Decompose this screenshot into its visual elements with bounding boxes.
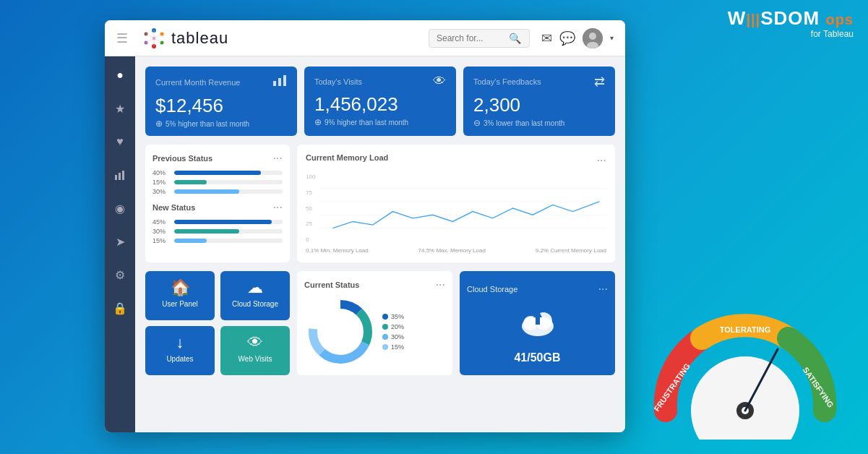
legend-item-4: 15% (382, 343, 404, 351)
new-bar-row-1: 45% (152, 218, 283, 226)
svg-rect-18 (283, 75, 286, 86)
kpi-feedbacks-header: Today's Feedbacks ⇄ (473, 74, 605, 90)
kpi-visits-value: 1,456,023 (314, 93, 446, 116)
kpi-visits-header: Today's Visits 👁 (314, 74, 446, 89)
web-visits-label: Web Visits (239, 355, 272, 363)
kpi-feedbacks-title: Today's Feedbacks (473, 77, 541, 86)
bar-track-2 (174, 180, 283, 184)
svg-point-31 (691, 356, 799, 440)
gauge-svg: FRUSTRATING TOLERATING SATISFYING (644, 295, 846, 440)
new-status-menu[interactable]: ··· (273, 201, 283, 214)
bar-label-3: 30% (152, 188, 171, 195)
y-label-75: 75 (306, 189, 315, 196)
cloud-storage-menu[interactable]: ··· (598, 283, 608, 296)
cloud-storage-usage: 41/50GB (514, 351, 560, 364)
brand-area: W|||SDOM ops for Tableau (728, 9, 854, 39)
chat-icon[interactable]: 💬 (559, 30, 575, 46)
y-label-100: 100 (306, 174, 315, 180)
brand-bars: ||| (746, 12, 760, 27)
new-bar-label-3: 15% (152, 237, 171, 244)
kpi-revenue-icon (272, 74, 287, 90)
sidebar-item-security[interactable]: 🔒 (108, 296, 132, 320)
sidebar-item-location[interactable]: ◉ (108, 197, 132, 220)
tile-updates[interactable]: ↓ Updates (145, 326, 215, 375)
main-layout: ● ★ ♥ ◉ ➤ ⚙ 🔒 Current Month Revenu (105, 56, 625, 432)
tile-cloud-storage[interactable]: ☁ Cloud Storage (220, 271, 290, 320)
legend-dot-3 (382, 334, 388, 340)
legend-item-1: 35% (382, 313, 404, 320)
previous-status-menu[interactable]: ··· (273, 152, 283, 165)
legend-dot-4 (382, 344, 388, 350)
kpi-feedbacks: Today's Feedbacks ⇄ 2,300 ⊖ 3% lower tha… (463, 67, 615, 136)
y-label-0: 0 (306, 236, 315, 243)
tile-web-visits[interactable]: 👁 Web Visits (220, 326, 290, 375)
user-panel-icon: 🏠 (171, 278, 190, 297)
sidebar-item-home[interactable]: ● (108, 64, 132, 87)
avatar-dropdown-icon[interactable]: ▾ (610, 34, 614, 42)
current-status-menu[interactable]: ··· (436, 278, 445, 291)
kpi-feedbacks-change-text: 3% lower than last month (484, 119, 564, 127)
bar-track-1 (174, 171, 283, 175)
sidebar-item-likes[interactable]: ♥ (108, 130, 132, 153)
chart-label-current: 9.2% Current Memory Load (536, 247, 606, 254)
navbar-icons: ✉ 💬 ▾ (541, 28, 614, 48)
gauge-widget: FRUSTRATING TOLERATING SATISFYING (644, 295, 846, 440)
kpi-revenue-change: ⊕ 5% higher than last month (155, 119, 287, 129)
kpi-visits-change: ⊕ 9% higher than last month (314, 117, 446, 127)
user-panel-label: User Panel (162, 300, 197, 308)
svg-rect-13 (115, 175, 117, 180)
bar-track-3 (174, 189, 283, 194)
kpi-visits: Today's Visits 👁 1,456,023 ⊕ 9% higher t… (304, 67, 456, 136)
svg-rect-15 (122, 171, 124, 180)
memory-chart-title: Current Memory Load (306, 153, 388, 162)
bar-fill-1 (174, 171, 261, 175)
legend-item-3: 30% (382, 333, 404, 340)
tableau-logo-icon (142, 27, 166, 50)
donut-container: 35% 20% 30% (304, 296, 445, 368)
sidebar-item-favorites[interactable]: ★ (108, 97, 132, 120)
navbar: ☰ tableau 🔍 ✉ 💬 (105, 20, 625, 56)
navbar-logo: tableau (142, 27, 228, 50)
search-bar[interactable]: 🔍 (429, 29, 530, 48)
bar-label-1: 40% (152, 169, 171, 176)
svg-rect-16 (273, 81, 276, 86)
kpi-revenue-value: $12,456 (155, 95, 287, 117)
new-status-header: New Status ··· (152, 201, 283, 214)
brand-ops: ops (825, 12, 854, 27)
bar-row-3: 30% (152, 188, 283, 195)
chart-label-max: 74.5% Max. Memory Load (418, 247, 486, 254)
kpi-feedbacks-change: ⊖ 3% lower than last month (473, 118, 605, 128)
sidebar-item-settings[interactable]: ⚙ (108, 263, 132, 286)
sidebar-item-navigation[interactable]: ➤ (108, 230, 132, 253)
memory-chart-menu[interactable]: ··· (597, 154, 606, 167)
updates-icon: ↓ (176, 333, 184, 352)
cloud-upload-icon (516, 303, 559, 347)
new-status-bars: 45% 30% 15% (152, 218, 283, 244)
new-bar-fill-2 (174, 229, 239, 234)
kpi-feedbacks-icon: ⇄ (594, 74, 605, 90)
bar-fill-2 (174, 180, 207, 184)
search-input[interactable] (437, 33, 509, 43)
web-visits-icon: 👁 (247, 333, 263, 352)
kpi-revenue-title: Current Month Revenue (155, 78, 240, 87)
y-axis-labels: 100 75 50 25 0 (306, 172, 315, 244)
mail-icon[interactable]: ✉ (541, 30, 552, 46)
user-avatar[interactable] (583, 28, 603, 48)
new-status-title: New Status (152, 203, 195, 212)
legend-item-2: 20% (382, 323, 404, 330)
chart-label-min: 0.1% Min. Memory Load (306, 247, 369, 254)
kpi-revenue: Current Month Revenue $12,456 ⊕ 5% hi (145, 67, 297, 136)
y-label-50: 50 (306, 205, 315, 212)
new-bar-fill-3 (174, 239, 207, 243)
bar-label-2: 15% (152, 179, 171, 186)
memory-chart-header: Current Memory Load ··· (306, 153, 606, 168)
sidebar-item-charts[interactable] (108, 163, 132, 187)
chart-with-yaxis: 100 75 50 25 0 (306, 172, 606, 244)
tile-user-panel[interactable]: 🏠 User Panel (145, 271, 215, 320)
action-tiles: 🏠 User Panel ☁ Cloud Storage ↓ Updates 👁… (145, 271, 290, 375)
chart-bottom-labels: 0.1% Min. Memory Load 74.5% Max. Memory … (306, 247, 606, 254)
kpi-feedbacks-arrow: ⊖ (473, 118, 481, 128)
new-bar-label-1: 45% (152, 218, 171, 226)
hamburger-menu[interactable]: ☰ (116, 30, 128, 46)
memory-chart-widget: Current Memory Load ··· 100 75 50 25 0 (297, 145, 615, 262)
